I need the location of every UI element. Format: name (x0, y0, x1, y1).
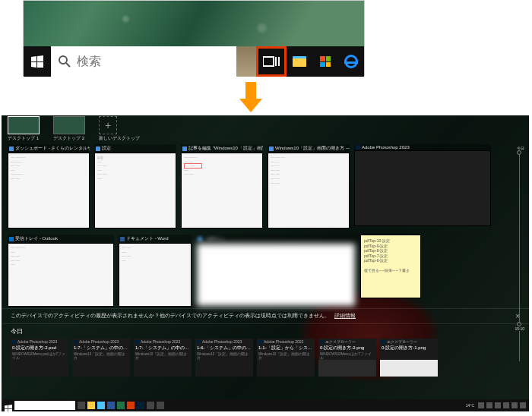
tray-icon[interactable] (495, 402, 501, 408)
pinned-app[interactable] (147, 402, 154, 409)
timeline-filename: 1-7-「システム」の中の「マルチタスク」.psd (72, 345, 130, 352)
virtual-desktop-label: デスクトップ 2 (53, 135, 84, 142)
activity-message-bar: このデバイスでのアクティビティの履歴が表示されませんか？他のデバイスでのアクティ… (2, 308, 529, 324)
window-title: ダッシュボード - さくらのレンタルサーバ (15, 145, 90, 152)
svg-rect-2 (263, 57, 274, 66)
virtual-desktop-label: デスクトップ 1 (8, 135, 39, 142)
taskbar-closeup (23, 0, 365, 76)
search-box[interactable] (51, 46, 236, 77)
timeline-card[interactable]: Adobe Photoshop 20230-設定の開き方-2.psdWINDOW… (11, 339, 68, 377)
timeline-app: Adobe Photoshop 2023 (17, 339, 57, 344)
virtual-desktop-1[interactable]: デスクトップ 1 (8, 116, 40, 142)
window-thumb-word[interactable]: ドキュメント - Word── ────── ──── (119, 235, 192, 307)
search-input[interactable] (77, 55, 229, 68)
timeline-app: Adobe Photoshop 2023 (264, 339, 303, 344)
pinned-app[interactable] (137, 402, 144, 409)
timeline-subtitle: Windows10「設定」画面の開き方 (134, 352, 192, 360)
internet-explorer-icon (344, 55, 358, 68)
svg-line-1 (66, 63, 70, 67)
task-view-button[interactable] (78, 402, 85, 409)
pinned-app[interactable] (157, 402, 164, 409)
timeline-card[interactable]: Adobe Photoshop 20231-6-「システム」の中の「ストレージ」… (195, 339, 253, 377)
timeline-subtitle: WINDOWS10Menu.psdほか7ファイル (11, 352, 68, 360)
rail-label-today: 今日 (514, 146, 524, 150)
open-windows-row-1: ダッシュボード - さくらのレンタルサーバ── ── ────────── ──… (2, 140, 529, 230)
timeline-subtitle: Windows10「設定」画面の開き方 (72, 352, 130, 360)
start-button[interactable] (5, 402, 12, 409)
windows-logo-icon (31, 55, 43, 68)
microsoft-store-button[interactable] (312, 46, 338, 77)
timeline-filename: 1-1-「設定」から「システム」.png (257, 345, 315, 352)
timeline-card[interactable]: Adobe Photoshop 20231-1-「設定」から「システム」.png… (257, 339, 315, 377)
window-title: ドキュメント - Word (126, 235, 169, 242)
search-icon (59, 55, 71, 68)
window-thumb-sticky-note[interactable]: pdfTop-10-設定pdfTop-9-設定pdfTop-8-設定pdfTop… (360, 235, 421, 307)
timeline-card[interactable]: エクスプローラー0-設定の開き方-1.png (380, 339, 438, 377)
rail-label-time: 15:10 (514, 326, 524, 331)
timeline-filename: 1-6-「システム」の中の「ストレージ」.psd (195, 345, 253, 352)
window-thumb-browser-2[interactable]: Windows10「設定」画面の開き方 — Windows 10 詳細設定── … (268, 144, 350, 228)
file-explorer-button[interactable] (287, 46, 312, 77)
new-desktop-button[interactable]: + 新しいデスクトップ (99, 116, 140, 142)
window-thumb-settings[interactable]: 設定設定──── ────── ──── (94, 144, 176, 228)
timeline-app: Adobe Photoshop 2023 (79, 339, 119, 344)
tray-icon[interactable] (511, 402, 518, 408)
window-title: Windows10「設定」画面の開き方 — Windows 10 詳細設定 (275, 145, 350, 152)
internet-explorer-button[interactable] (338, 46, 364, 77)
search-box[interactable] (14, 401, 75, 410)
tray-icon[interactable] (478, 402, 484, 408)
timeline-filename: 0-設定の開き方-2.png (318, 345, 376, 352)
start-button[interactable] (24, 46, 51, 77)
window-title: 受信トレイ - Outlook (15, 235, 58, 242)
window-thumb-outlook[interactable]: 受信トレイ - Outlook── ── ────── ──── ──── (8, 235, 114, 307)
window-thumb-photoshop[interactable]: Adobe Photoshop 2023 (354, 144, 491, 228)
timeline-subtitle: Windows10「設定」画面の開き方 (195, 352, 253, 360)
cortana-image-icon[interactable] (236, 46, 257, 77)
timeline-card[interactable]: エクスプローラー0-設定の開き方-2.pngWINDOWS10Menu ほか7フ… (318, 339, 376, 377)
plus-icon: + (99, 116, 117, 134)
system-tray: 14°C (464, 402, 526, 408)
desktop-wallpaper-strip (24, 1, 364, 46)
pinned-app[interactable] (97, 402, 105, 409)
timeline-row: Adobe Photoshop 20230-設定の開き方-2.psdWINDOW… (2, 337, 529, 378)
open-windows-row-2: 受信トレイ - Outlook── ── ────── ──── ──── ドキ… (2, 230, 529, 308)
tray-icon[interactable] (503, 402, 509, 408)
timeline-preview (380, 360, 438, 377)
file-explorer-icon (293, 56, 306, 67)
window-thumb-blurred[interactable]: （ぼかし） (196, 235, 356, 307)
tray-icon[interactable] (486, 402, 492, 408)
microsoft-store-icon (320, 56, 331, 67)
taskbar (24, 46, 364, 77)
timeline-subtitle: Windows10「設定」画面の開き方 (257, 352, 315, 360)
pinned-app[interactable] (117, 402, 125, 409)
timeline-subtitle (380, 352, 438, 360)
new-desktop-label: 新しいデスクトップ (99, 135, 140, 142)
pinned-app[interactable] (87, 402, 95, 409)
window-thumb-browser[interactable]: ダッシュボード - さくらのレンタルサーバ── ── ────────── ──… (8, 144, 90, 228)
timeline-preview (318, 360, 376, 377)
taskbar-bottom: 14°C (2, 399, 529, 411)
window-thumb-editor[interactable]: 記事を編集 "Windows10 「設定」画面の開き方"──────── ───… (181, 144, 263, 228)
timeline-subtitle: WINDOWS10Menu ほか7ファイル (318, 352, 376, 360)
timeline-app: エクスプローラー (387, 339, 417, 344)
svg-point-0 (59, 56, 67, 64)
window-title: 記事を編集 "Windows10 「設定」画面の開き方" (188, 145, 263, 152)
timeline-date-heading: 今日 (2, 324, 529, 337)
task-view-button[interactable] (256, 46, 287, 77)
notification-center-icon[interactable] (520, 402, 526, 408)
virtual-desktop-2[interactable]: デスクトップ 2 (53, 116, 85, 142)
arrow-down-icon (239, 82, 262, 112)
window-title: Adobe Photoshop 2023 (362, 145, 410, 150)
virtual-desktops-bar: デスクトップ 1 デスクトップ 2 + 新しいデスクトップ (2, 115, 529, 140)
timeline-card[interactable]: Adobe Photoshop 20231-7-「システム」の中の「タブレット」… (134, 339, 192, 377)
pinned-app[interactable] (127, 402, 135, 409)
window-title: （ぼかし） (204, 235, 226, 242)
pinned-app[interactable] (107, 402, 115, 409)
task-view-icon (263, 55, 280, 68)
timeline-scrollbar[interactable]: 今日 15:10 (514, 146, 524, 390)
activity-message-link[interactable]: 詳細情報 (334, 313, 356, 320)
weather-widget[interactable]: 14°C (464, 403, 476, 408)
window-title: 設定 (102, 145, 111, 152)
timeline-filename: 0-設定の開き方-2.psd (11, 345, 68, 352)
timeline-card[interactable]: Adobe Photoshop 20231-7-「システム」の中の「マルチタスク… (72, 339, 130, 377)
